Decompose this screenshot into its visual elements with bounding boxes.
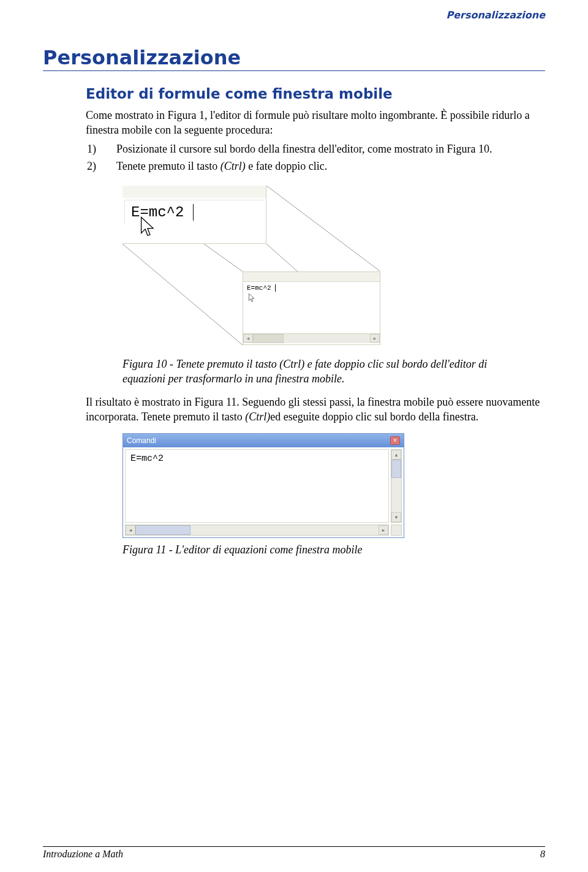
figure-11-window: Comandi × E=mc^2 ▴ ▾ ◂ ▸: [123, 433, 404, 538]
fig11-formula: E=mc^2: [130, 453, 164, 464]
fig10-small-panel: E=mc^2 ◂ ▸: [243, 271, 380, 345]
svg-line-1: [266, 186, 380, 271]
fig10-large-titlebar: [123, 186, 266, 198]
cursor-pointer-icon: [248, 293, 255, 303]
fig10-zoomed-panel: E=mc^2: [123, 186, 266, 244]
figure-11-caption: Figura 11 - L'editor di equazioni come f…: [123, 543, 490, 557]
footer-page-number: 8: [540, 849, 545, 860]
scroll-left-icon: ◂: [243, 334, 253, 343]
step-text: Posizionate il cursore sul bordo della f…: [116, 143, 492, 155]
fig10-scrollbar: ◂ ▸: [243, 333, 380, 343]
fig10-small-body: E=mc^2: [243, 282, 380, 333]
scroll-right-icon: ▸: [370, 334, 380, 343]
fig11-titlebar: Comandi ×: [123, 434, 404, 447]
step-text-b: e fate doppio clic.: [246, 160, 327, 172]
result-paragraph: Il risultato è mostrato in Figura 11. Se…: [86, 395, 545, 425]
scroll-left-icon: ◂: [126, 525, 135, 535]
page-title: Personalizzazione: [43, 46, 545, 71]
procedure-list: 1)Posizionate il cursore sul bordo della…: [103, 142, 545, 174]
step-number: 1): [103, 142, 116, 156]
step-2: 2)Tenete premuto il tasto (Ctrl) e fate …: [103, 159, 545, 173]
scroll-right-icon: ▸: [379, 525, 388, 535]
intro-paragraph: Come mostrato in Figura 1, l'editor di f…: [86, 108, 545, 138]
fig11-editor-body: E=mc^2: [125, 449, 389, 523]
figure-10: E=mc^2 E=mc^2 ◂ ▸: [123, 186, 380, 351]
fig10-small-titlebar: [243, 272, 380, 282]
fig11-horizontal-scrollbar: ◂ ▸: [125, 525, 389, 536]
step-number: 2): [103, 159, 116, 173]
fig10-formula-small: E=mc^2: [247, 284, 271, 292]
ctrl-key: (Ctrl): [245, 411, 270, 423]
scroll-thumb: [135, 525, 190, 535]
close-icon: ×: [390, 436, 400, 445]
fig11-title-text: Comandi: [127, 436, 156, 445]
fig11-vertical-scrollbar: ▴ ▾: [391, 449, 402, 523]
svg-line-2: [123, 244, 243, 345]
cursor-pointer-icon: [140, 215, 156, 238]
step-1: 1)Posizionate il cursore sul bordo della…: [103, 142, 545, 156]
footer-doc-title: Introduzione a Math: [43, 849, 123, 860]
step-text-a: Tenete premuto il tasto: [116, 160, 221, 172]
scroll-thumb: [253, 334, 284, 343]
ctrl-key: (Ctrl): [221, 160, 246, 172]
header-section-label: Personalizzazione: [446, 9, 545, 21]
scroll-thumb: [391, 460, 401, 478]
page-footer: Introduzione a Math 8: [43, 846, 545, 860]
figure-10-caption: Figura 10 - Tenete premuto il tasto (Ctr…: [123, 357, 490, 386]
section-subtitle: Editor di formule come finestra mobile: [86, 86, 545, 102]
scroll-up-icon: ▴: [391, 450, 401, 460]
scroll-down-icon: ▾: [391, 512, 401, 522]
scroll-corner: [391, 525, 402, 536]
